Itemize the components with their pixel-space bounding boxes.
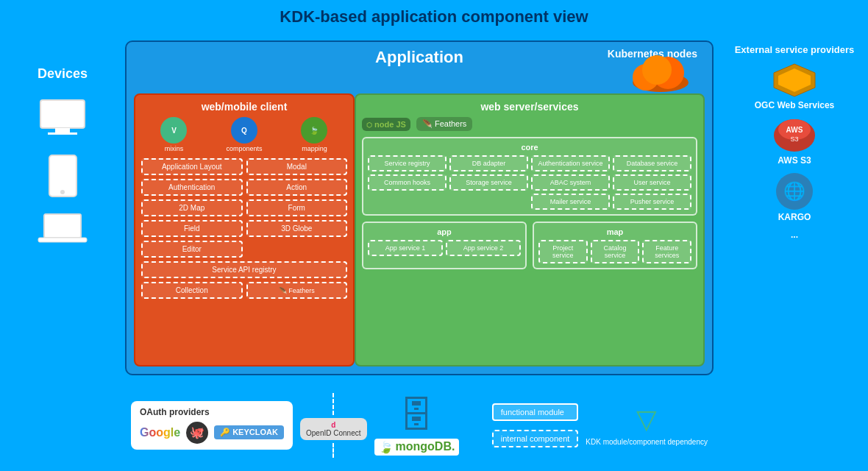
leaflet-logo: 🍃 mapping <box>301 117 327 152</box>
openid-badge: d OpenID Connect <box>300 418 367 440</box>
svg-rect-6 <box>38 238 87 242</box>
project-service-box: Project service <box>538 240 588 263</box>
svg-rect-5 <box>44 214 81 238</box>
nodejs-badge: ⬡ node JS <box>362 118 410 131</box>
laptop-device-icon <box>37 213 88 249</box>
vue-logo: V mixins <box>160 117 187 152</box>
kargo-item: 🌐 KARGO <box>776 173 813 222</box>
ogc-web-services-item: OGC Web Services <box>755 63 835 110</box>
kargo-icon: 🌐 <box>776 173 813 210</box>
feathers-badge: 🪶 Feathers <box>416 117 472 131</box>
collection-box: Collection <box>141 282 243 299</box>
svg-point-4 <box>60 190 65 194</box>
web-mobile-client: web/mobile client V mixins Q components … <box>134 93 355 366</box>
db-adapter-box: DB adapter <box>449 155 528 171</box>
google-logo: Google <box>140 426 180 439</box>
feature-services-box: Feature services <box>642 240 691 263</box>
svg-point-10 <box>642 55 672 85</box>
devices-label: Devices <box>38 66 88 82</box>
web-server-panel: web server/services ⬡ node JS 🪶 Feathers… <box>355 93 705 366</box>
wmc-label: web/mobile client <box>141 101 347 113</box>
quasar-logo: Q components <box>226 117 262 152</box>
ogc-name: OGC Web Services <box>755 100 835 110</box>
authentication-box: Authentication <box>141 179 243 196</box>
oauth-label: OAuth providers <box>140 407 284 417</box>
editor-box: Editor <box>141 241 243 258</box>
internal-component-box: internal component <box>492 430 579 447</box>
svg-text:AWS: AWS <box>786 126 803 134</box>
web-server-label: web server/services <box>362 101 697 113</box>
mailer-service-box: Mailer service <box>531 194 610 210</box>
application-label: Application <box>375 48 463 67</box>
vue-logo-bottom: ▽ <box>636 404 657 435</box>
tablet-device-icon <box>46 154 79 201</box>
abac-system-box: ABAC system <box>531 174 610 191</box>
kargo-name: KARGO <box>778 212 811 222</box>
functional-module-box: functional module <box>492 403 579 421</box>
main-title: KDK-based application component view <box>0 0 868 31</box>
field-box: Field <box>141 220 243 237</box>
devices-panel: Devices <box>7 59 118 375</box>
svg-text:S3: S3 <box>790 135 798 143</box>
database-service-box: Database service <box>613 155 691 171</box>
pusher-service-box: Pusher service <box>613 194 691 210</box>
globe-3d-box: 3D Globe <box>246 220 348 237</box>
user-service-box: User service <box>613 174 691 191</box>
app-section: app App service 1 App service 2 <box>362 222 527 269</box>
service-api-box: Service API registry <box>141 261 347 278</box>
action-box: Action <box>246 179 348 196</box>
svg-rect-2 <box>48 132 77 135</box>
aws-s3-name: AWS S3 <box>778 155 811 166</box>
svg-rect-0 <box>40 100 85 128</box>
core-label: core <box>368 143 691 152</box>
map-section: map Project service Catalog service Feat… <box>533 222 697 269</box>
map-label: map <box>538 227 691 236</box>
oauth-panel: OAuth providers Google 🐙 🔑 KEYCLOAK <box>131 401 293 450</box>
mongodb-badge: 🍃mongoDB. <box>374 439 460 456</box>
more-providers: ... <box>791 230 798 240</box>
bottom-area: OAuth providers Google 🐙 🔑 KEYCLOAK d Op… <box>125 379 714 471</box>
storage-service-box: Storage service <box>449 174 528 191</box>
kdk-dependency-label: KDK module/component dependency <box>586 438 708 446</box>
map-2d-box: 2D Map <box>141 199 243 216</box>
keycloak-badge: 🔑 KEYCLOAK <box>214 425 284 439</box>
feathers-wmc-badge: 🪶 Feathers <box>246 282 348 299</box>
kdk-legend: ▽ KDK module/component dependency <box>586 404 708 446</box>
github-logo: 🐙 <box>186 422 208 444</box>
app-service-1-box: App service 1 <box>368 240 443 256</box>
db-icon: 🗄 <box>399 395 434 436</box>
aws-s3-item: AWS S3 AWS S3 <box>772 118 817 166</box>
external-providers: External service providers OGC Web Servi… <box>725 40 864 375</box>
service-registry-box: Service registry <box>368 155 447 171</box>
form-box: Form <box>246 199 348 216</box>
modal-box: Modal <box>246 158 348 175</box>
app-layout-box: Application Layout <box>141 158 243 175</box>
catalog-service-box: Catalog service <box>591 240 640 263</box>
app-label: app <box>368 227 521 236</box>
common-hooks-box: Common hooks <box>368 174 447 191</box>
auth-service-box: Authentication service <box>531 155 610 171</box>
ext-providers-label: External service providers <box>735 44 855 55</box>
core-section: core Service registry DB adapter Authent… <box>362 137 697 216</box>
application-container: Application Kubernetes nodes web/mobile … <box>125 40 714 375</box>
desktop-device-icon <box>37 99 88 142</box>
legend-panel: functional module internal component <box>492 403 579 447</box>
svg-rect-1 <box>55 128 70 132</box>
app-service-2-box: App service 2 <box>446 240 521 256</box>
